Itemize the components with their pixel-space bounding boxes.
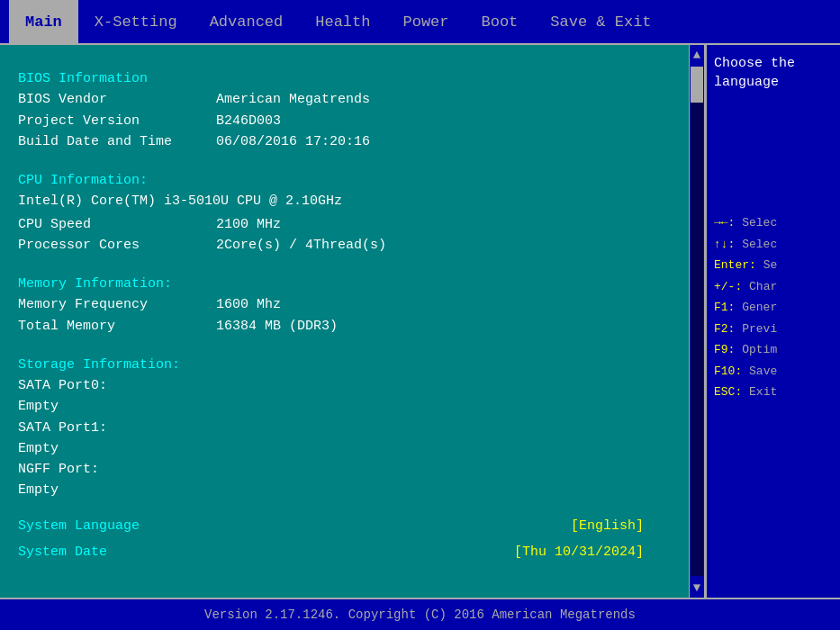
cpu-cores-row: Processor Cores 2Core(s) / 4Thread(s) <box>18 235 671 256</box>
hint-enter: Enter: Se <box>714 256 833 274</box>
cpu-cores-label: Processor Cores <box>18 235 216 256</box>
memory-freq-value: 1600 Mhz <box>216 294 644 315</box>
hint-f10: F10: Save <box>714 363 833 381</box>
storage-section-label: Storage Information: <box>18 355 671 375</box>
right-panel-title: Choose the language <box>714 54 833 92</box>
bios-vendor-row: BIOS Vendor American Megatrends <box>18 89 671 110</box>
hint-f2: F2: Previ <box>714 320 833 338</box>
system-lang-value: [English] <box>571 516 644 536</box>
bios-vendor-value: American Megatrends <box>216 89 644 110</box>
menu-item-main[interactable]: Main <box>9 0 78 43</box>
scrollbar[interactable]: ▲ ▼ <box>689 45 705 598</box>
cpu-speed-row: CPU Speed 2100 MHz <box>18 214 671 235</box>
sata0-value: Empty <box>18 396 671 417</box>
bios-vendor-label: BIOS Vendor <box>18 89 216 110</box>
system-date-label: System Date <box>18 542 216 562</box>
hint-select-lr: →←: Selec <box>714 214 833 232</box>
bios-project-value: B246D003 <box>216 111 644 131</box>
sata1-label: SATA Port1: <box>18 418 671 438</box>
system-date-row[interactable]: System Date [Thu 10/31/2024] <box>18 542 671 562</box>
cpu-cores-value: 2Core(s) / 4Thread(s) <box>216 235 644 256</box>
system-lang-label: System Language <box>18 516 216 536</box>
system-lang-row[interactable]: System Language [English] <box>18 516 671 536</box>
hint-plusminus: +/-: Char <box>714 278 833 296</box>
bios-project-label: Project Version <box>18 111 216 131</box>
content-area: BIOS Information BIOS Vendor American Me… <box>0 45 840 598</box>
bios-build-value: 06/08/2016 17:20:16 <box>216 131 644 152</box>
cpu-speed-label: CPU Speed <box>18 214 216 235</box>
menu-item-save-exit[interactable]: Save & Exit <box>534 0 667 43</box>
hint-select-ud: ↑↓: Selec <box>714 236 833 254</box>
main-panel: BIOS Information BIOS Vendor American Me… <box>0 45 689 598</box>
memory-total-label: Total Memory <box>18 316 216 337</box>
menu-item-health[interactable]: Health <box>299 0 386 43</box>
memory-freq-label: Memory Frequency <box>18 294 216 315</box>
memory-section-label: Memory Information: <box>18 274 671 294</box>
sata1-value: Empty <box>18 438 671 459</box>
bios-build-label: Build Date and Time <box>18 131 216 152</box>
ngff-value: Empty <box>18 480 671 500</box>
menu-item-power[interactable]: Power <box>386 0 465 43</box>
memory-total-row: Total Memory 16384 MB (DDR3) <box>18 316 671 337</box>
scroll-down-arrow[interactable]: ▼ <box>693 578 700 598</box>
memory-freq-row: Memory Frequency 1600 Mhz <box>18 294 671 315</box>
menu-bar: Main X-Setting Advanced Health Power Boo… <box>0 0 840 45</box>
scroll-up-arrow[interactable]: ▲ <box>693 45 700 65</box>
bios-build-row: Build Date and Time 06/08/2016 17:20:16 <box>18 131 671 152</box>
sata0-label: SATA Port0: <box>18 375 671 396</box>
system-date-value: [Thu 10/31/2024] <box>514 542 644 562</box>
cpu-model-line: Intel(R) Core(TM) i3-5010U CPU @ 2.10GHz <box>18 191 671 212</box>
hint-f1: F1: Gener <box>714 299 833 317</box>
cpu-speed-value: 2100 MHz <box>216 214 644 235</box>
status-bar-text: Version 2.17.1246. Copyright (C) 2016 Am… <box>204 608 636 622</box>
right-panel: Choose the language →←: Selec ↑↓: Selec … <box>705 45 840 598</box>
bios-project-row: Project Version B246D003 <box>18 111 671 131</box>
cpu-section-label: CPU Information: <box>18 170 671 191</box>
menu-item-boot[interactable]: Boot <box>465 0 535 43</box>
menu-item-advanced[interactable]: Advanced <box>194 0 300 43</box>
bios-section-label: BIOS Information <box>18 68 671 89</box>
menu-item-xsetting[interactable]: X-Setting <box>78 0 194 43</box>
memory-total-value: 16384 MB (DDR3) <box>216 316 644 337</box>
status-bar: Version 2.17.1246. Copyright (C) 2016 Am… <box>0 598 840 630</box>
scroll-track[interactable] <box>691 67 703 576</box>
scroll-thumb[interactable] <box>691 67 703 103</box>
hint-esc: ESC: Exit <box>714 383 833 401</box>
ngff-label: NGFF Port: <box>18 459 671 480</box>
hint-f9: F9: Optim <box>714 341 833 359</box>
